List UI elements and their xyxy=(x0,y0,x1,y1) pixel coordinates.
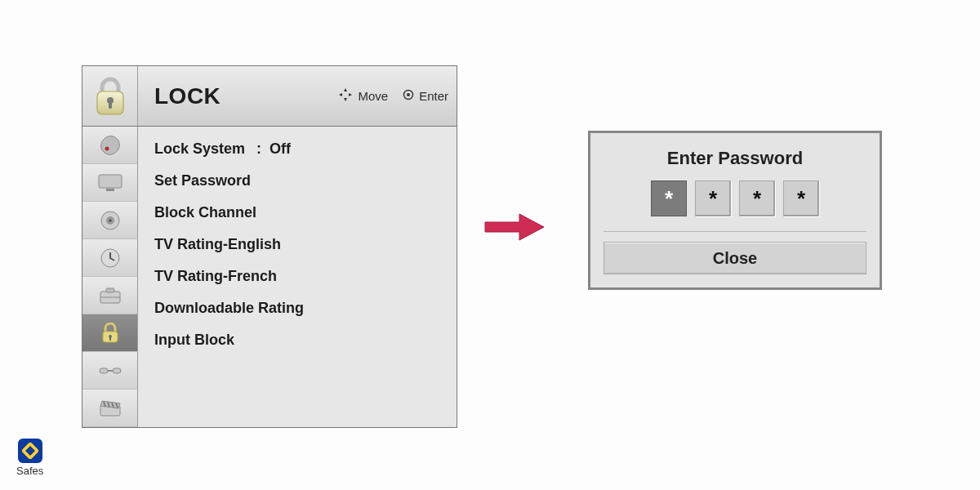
svg-rect-19 xyxy=(113,368,121,373)
audio-icon[interactable] xyxy=(82,202,138,239)
toolbox-icon[interactable] xyxy=(82,277,138,314)
satellite-icon[interactable] xyxy=(82,127,138,164)
enter-hint-label: Enter xyxy=(419,89,448,103)
watermark-label: Safes xyxy=(16,465,43,477)
svg-rect-13 xyxy=(106,288,114,292)
menu-item-label: Downloadable Rating xyxy=(154,300,304,317)
svg-point-10 xyxy=(109,219,112,222)
password-dialog: Enter Password * * * * Close xyxy=(588,131,882,290)
menu-item-value: Off xyxy=(270,140,291,158)
password-digit-4[interactable]: * xyxy=(783,180,819,216)
nav-hints: Move Enter xyxy=(338,87,448,105)
clapper-icon[interactable] xyxy=(82,390,138,427)
category-sidebar xyxy=(82,127,138,427)
safes-logo-icon xyxy=(18,439,42,463)
svg-rect-7 xyxy=(106,189,114,191)
page-title: LOCK xyxy=(154,83,220,109)
lock-large-icon xyxy=(82,66,138,126)
value-separator: : xyxy=(256,140,261,158)
lock-menu-list: Lock System : Off Set Password Block Cha… xyxy=(138,127,457,427)
menu-item-label: Set Password xyxy=(154,172,251,189)
password-digit-3[interactable]: * xyxy=(739,180,775,216)
menu-item-block-channel[interactable]: Block Channel xyxy=(154,197,445,229)
menu-item-label: TV Rating-French xyxy=(154,268,277,285)
menu-item-input-block[interactable]: Input Block xyxy=(154,324,445,356)
tv-icon[interactable] xyxy=(82,164,138,202)
move-hint: Move xyxy=(338,87,388,105)
enter-hint: Enter xyxy=(403,89,448,103)
svg-rect-2 xyxy=(109,102,112,109)
menu-item-downloadable-rating[interactable]: Downloadable Rating xyxy=(154,292,445,324)
cable-icon[interactable] xyxy=(82,352,138,390)
enter-dot-icon xyxy=(403,89,414,103)
lock-header: LOCK Move xyxy=(82,66,457,127)
svg-rect-18 xyxy=(100,368,108,373)
password-dialog-title: Enter Password xyxy=(604,148,866,169)
menu-item-label: Block Channel xyxy=(154,204,256,221)
move-hint-label: Move xyxy=(358,89,388,103)
password-digit-1[interactable]: * xyxy=(651,180,687,216)
menu-item-set-password[interactable]: Set Password xyxy=(154,165,445,197)
menu-item-tv-rating-english[interactable]: TV Rating-English xyxy=(154,229,445,261)
svg-rect-17 xyxy=(109,337,111,341)
password-digit-2[interactable]: * xyxy=(695,180,731,216)
close-button[interactable]: Close xyxy=(604,242,866,274)
lock-icon[interactable] xyxy=(82,314,138,352)
svg-rect-6 xyxy=(99,175,122,188)
menu-item-label: Lock System xyxy=(154,140,245,158)
safes-watermark: Safes xyxy=(16,439,43,477)
svg-point-5 xyxy=(105,146,109,150)
menu-item-tv-rating-french[interactable]: TV Rating-French xyxy=(154,261,445,292)
menu-item-label: TV Rating-English xyxy=(154,236,281,253)
lock-settings-panel: LOCK Move xyxy=(82,65,457,428)
menu-item-lock-system[interactable]: Lock System : Off xyxy=(154,133,445,165)
password-input-row: * * * * xyxy=(604,180,866,216)
svg-point-4 xyxy=(407,93,410,96)
arrow-icon xyxy=(482,211,547,247)
dpad-icon xyxy=(338,87,353,105)
clock-icon[interactable] xyxy=(82,239,138,277)
menu-item-label: Input Block xyxy=(154,332,234,349)
dialog-divider xyxy=(604,231,866,232)
